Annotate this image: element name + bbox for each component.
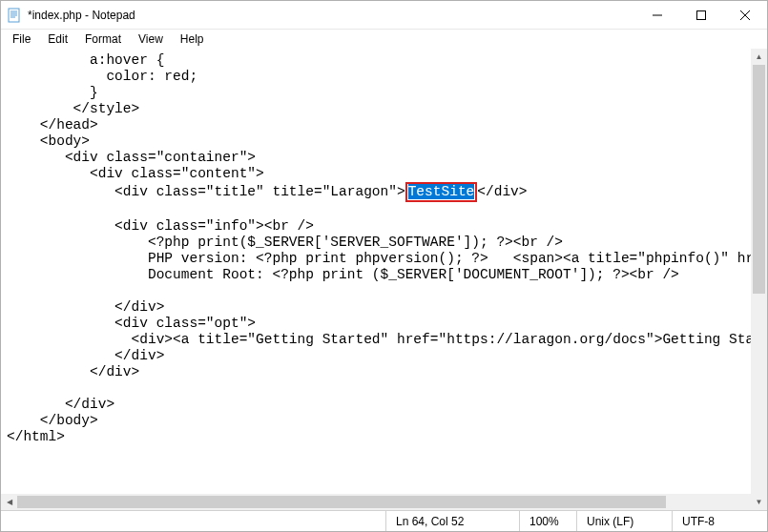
menu-format[interactable]: Format <box>77 31 129 48</box>
menu-file[interactable]: File <box>5 31 38 48</box>
scroll-left-icon[interactable]: ◀ <box>1 494 17 510</box>
vertical-scrollbar[interactable]: ▲ ▼ <box>751 49 767 510</box>
statusbar: Ln 64, Col 52 100% Unix (LF) UTF-8 <box>1 510 767 531</box>
code-before: a:hover { color: red; } </style> </head>… <box>7 52 405 199</box>
maximize-button[interactable] <box>679 1 723 30</box>
v-scroll-thumb[interactable] <box>753 65 765 294</box>
h-scroll-thumb[interactable] <box>17 496 666 508</box>
menubar: File Edit Format View Help <box>1 30 767 49</box>
menu-edit[interactable]: Edit <box>40 31 75 48</box>
window-title: *index.php - Notepad <box>28 9 635 22</box>
code-after: </div> <div class="info"><br /> <?php pr… <box>7 184 767 444</box>
status-spacer <box>1 511 385 531</box>
status-encoding: UTF-8 <box>672 511 767 531</box>
scroll-down-icon[interactable]: ▼ <box>751 494 767 510</box>
minimize-button[interactable] <box>635 1 679 30</box>
scroll-up-icon[interactable]: ▲ <box>751 49 767 65</box>
menu-view[interactable]: View <box>131 31 171 48</box>
text-editor[interactable]: a:hover { color: red; } </style> </head>… <box>1 49 767 494</box>
app-icon <box>7 8 22 23</box>
selection-highlight: TestSite <box>405 182 478 202</box>
close-button[interactable] <box>723 1 767 30</box>
svg-rect-6 <box>697 10 706 19</box>
v-scroll-track[interactable] <box>751 65 767 494</box>
window-controls <box>635 1 767 30</box>
status-line-ending: Unix (LF) <box>576 511 672 531</box>
selected-text: TestSite <box>408 184 475 199</box>
titlebar: *index.php - Notepad <box>1 1 767 30</box>
status-position: Ln 64, Col 52 <box>385 511 519 531</box>
menu-help[interactable]: Help <box>173 31 212 48</box>
status-zoom: 100% <box>519 511 576 531</box>
h-scroll-track[interactable] <box>17 494 751 510</box>
content-area: a:hover { color: red; } </style> </head>… <box>1 49 767 510</box>
horizontal-scrollbar[interactable]: ◀ ▶ <box>1 494 767 510</box>
